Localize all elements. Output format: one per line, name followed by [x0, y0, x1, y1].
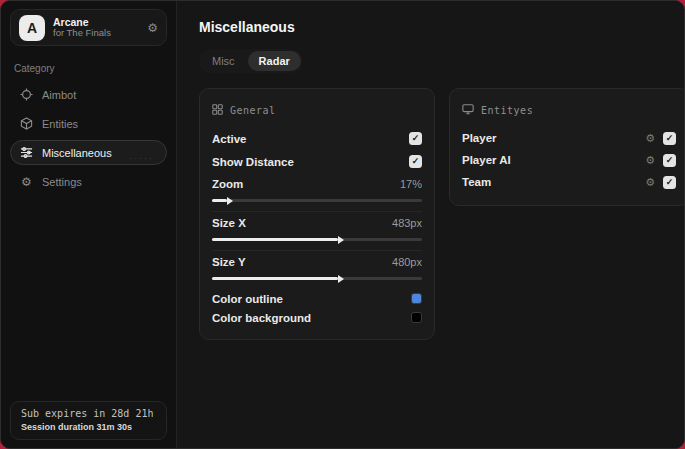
sidebar-item[interactable]: Aimbot	[10, 82, 167, 107]
entity-row: Team ⚙ ✓	[462, 171, 676, 193]
entity-settings-gear-icon[interactable]: ⚙	[645, 154, 655, 167]
color-swatch[interactable]	[411, 312, 422, 323]
toggle-row: Active ✓	[212, 127, 422, 150]
tab[interactable]: Radar	[248, 51, 301, 71]
tab[interactable]: Misc	[201, 51, 246, 71]
checkbox-checked[interactable]: ✓	[409, 132, 422, 145]
page-title: Miscellaneous	[199, 19, 685, 35]
slider-thumb[interactable]	[212, 277, 338, 280]
crosshair-icon	[20, 88, 33, 101]
session-duration-text: Session duration 31m 30s	[21, 422, 156, 432]
slider[interactable]	[212, 238, 422, 241]
slider-thumb[interactable]	[212, 199, 227, 202]
general-panel: General Active ✓ Show Distance ✓	[199, 88, 435, 340]
checkbox-checked[interactable]: ✓	[409, 155, 422, 168]
sidebar-item[interactable]: Entities	[10, 111, 167, 136]
app-subtitle: for The Finals	[53, 28, 139, 39]
sliders-icon	[20, 146, 33, 159]
app-header-card: A Arcane for The Finals ⚙	[10, 9, 167, 46]
checkbox-checked[interactable]: ✓	[663, 176, 676, 189]
tab-bar: Misc Radar	[199, 49, 303, 73]
app-window: A Arcane for The Finals ⚙ Category Aimbo…	[0, 0, 685, 449]
general-panel-title: General	[230, 105, 276, 116]
entity-row: Player ⚙ ✓	[462, 127, 676, 149]
slider[interactable]	[212, 199, 422, 202]
sidebar-item-label: Entities	[42, 118, 78, 130]
slider-thumb[interactable]	[212, 238, 338, 241]
entity-settings-gear-icon[interactable]: ⚙	[645, 132, 655, 145]
sidebar-item-label: Miscellaneous	[42, 147, 112, 159]
sidebar-item-label: Settings	[42, 176, 82, 188]
color-row: Color outline	[212, 289, 422, 308]
category-label: Category	[14, 63, 167, 74]
subscription-info-card: Sub expires in 28d 21h Session duration …	[10, 401, 167, 440]
color-swatch[interactable]	[411, 293, 422, 304]
sidebar-item-label: Aimbot	[42, 89, 76, 101]
sidebar-item[interactable]: Miscellaneous ·····	[10, 140, 167, 165]
entity-row: Player AI ⚙ ✓	[462, 149, 676, 171]
entity-settings-gear-icon[interactable]: ⚙	[645, 176, 655, 189]
slider-group: Zoom 17%	[212, 173, 422, 211]
slider[interactable]	[212, 277, 422, 280]
settings-gear-icon[interactable]: ⚙	[147, 21, 158, 35]
sidebar: A Arcane for The Finals ⚙ Category Aimbo…	[1, 1, 177, 448]
main-content: Miscellaneous Misc Radar General	[177, 1, 685, 448]
color-row: Color background	[212, 308, 422, 327]
entities-panel: Entityes Player ⚙ ✓ P	[449, 88, 685, 206]
toggle-row: Show Distance ✓	[212, 150, 422, 173]
cube-icon	[20, 117, 33, 130]
gear-icon: ⚙	[20, 175, 33, 188]
slider-value: 483px	[392, 217, 422, 229]
checkbox-checked[interactable]: ✓	[663, 154, 676, 167]
sub-expiry-text: Sub expires in 28d 21h	[21, 408, 156, 419]
sidebar-item[interactable]: ⚙ Settings	[10, 169, 167, 194]
slider-value: 480px	[392, 256, 422, 268]
grid-icon	[212, 101, 223, 119]
sidebar-nav: Aimbot Entities Miscellaneous ····· ⚙ Se…	[10, 82, 167, 194]
slider-value: 17%	[400, 178, 422, 190]
checkbox-checked[interactable]: ✓	[663, 132, 676, 145]
entities-panel-title: Entityes	[481, 105, 533, 116]
slider-group: Size Y 480px	[212, 250, 422, 289]
app-logo: A	[19, 15, 45, 41]
monitor-icon	[462, 101, 474, 119]
slider-group: Size X 483px	[212, 211, 422, 250]
